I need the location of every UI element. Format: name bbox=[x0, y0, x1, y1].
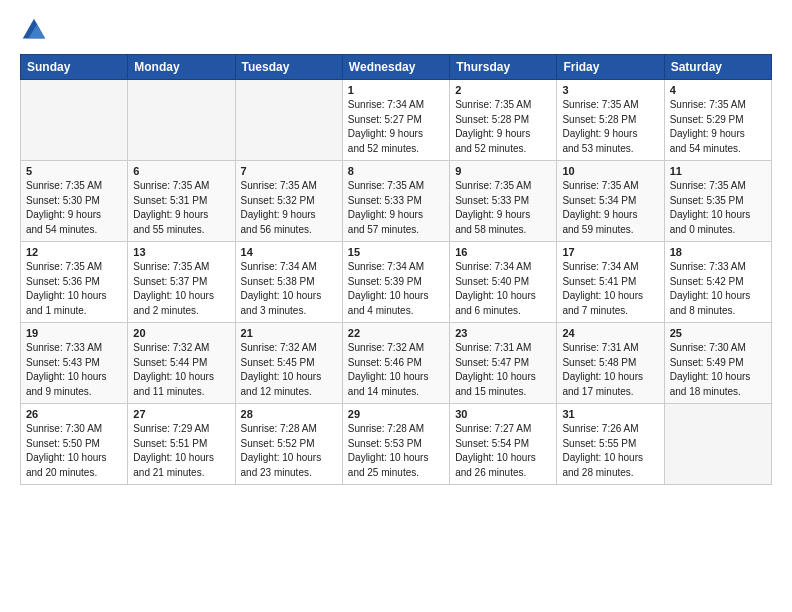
day-number: 8 bbox=[348, 165, 444, 177]
day-number: 19 bbox=[26, 327, 122, 339]
day-info: Sunrise: 7:35 AM Sunset: 5:28 PM Dayligh… bbox=[562, 98, 658, 156]
weekday-header: Friday bbox=[557, 55, 664, 80]
calendar-day-cell: 26Sunrise: 7:30 AM Sunset: 5:50 PM Dayli… bbox=[21, 404, 128, 485]
day-number: 18 bbox=[670, 246, 766, 258]
calendar-day-cell: 9Sunrise: 7:35 AM Sunset: 5:33 PM Daylig… bbox=[450, 161, 557, 242]
calendar-day-cell: 4Sunrise: 7:35 AM Sunset: 5:29 PM Daylig… bbox=[664, 80, 771, 161]
day-info: Sunrise: 7:28 AM Sunset: 5:52 PM Dayligh… bbox=[241, 422, 337, 480]
weekday-header: Saturday bbox=[664, 55, 771, 80]
day-info: Sunrise: 7:34 AM Sunset: 5:40 PM Dayligh… bbox=[455, 260, 551, 318]
day-number: 21 bbox=[241, 327, 337, 339]
calendar-day-cell: 3Sunrise: 7:35 AM Sunset: 5:28 PM Daylig… bbox=[557, 80, 664, 161]
weekday-header: Sunday bbox=[21, 55, 128, 80]
day-number: 22 bbox=[348, 327, 444, 339]
calendar: SundayMondayTuesdayWednesdayThursdayFrid… bbox=[20, 54, 772, 485]
day-info: Sunrise: 7:29 AM Sunset: 5:51 PM Dayligh… bbox=[133, 422, 229, 480]
day-info: Sunrise: 7:35 AM Sunset: 5:30 PM Dayligh… bbox=[26, 179, 122, 237]
calendar-week-row: 12Sunrise: 7:35 AM Sunset: 5:36 PM Dayli… bbox=[21, 242, 772, 323]
day-info: Sunrise: 7:27 AM Sunset: 5:54 PM Dayligh… bbox=[455, 422, 551, 480]
calendar-day-cell: 11Sunrise: 7:35 AM Sunset: 5:35 PM Dayli… bbox=[664, 161, 771, 242]
day-info: Sunrise: 7:31 AM Sunset: 5:48 PM Dayligh… bbox=[562, 341, 658, 399]
day-info: Sunrise: 7:35 AM Sunset: 5:35 PM Dayligh… bbox=[670, 179, 766, 237]
calendar-day-cell: 16Sunrise: 7:34 AM Sunset: 5:40 PM Dayli… bbox=[450, 242, 557, 323]
day-info: Sunrise: 7:31 AM Sunset: 5:47 PM Dayligh… bbox=[455, 341, 551, 399]
day-info: Sunrise: 7:35 AM Sunset: 5:36 PM Dayligh… bbox=[26, 260, 122, 318]
day-number: 28 bbox=[241, 408, 337, 420]
day-number: 26 bbox=[26, 408, 122, 420]
calendar-day-cell: 24Sunrise: 7:31 AM Sunset: 5:48 PM Dayli… bbox=[557, 323, 664, 404]
day-info: Sunrise: 7:35 AM Sunset: 5:28 PM Dayligh… bbox=[455, 98, 551, 156]
calendar-day-cell: 12Sunrise: 7:35 AM Sunset: 5:36 PM Dayli… bbox=[21, 242, 128, 323]
calendar-week-row: 26Sunrise: 7:30 AM Sunset: 5:50 PM Dayli… bbox=[21, 404, 772, 485]
calendar-day-cell: 25Sunrise: 7:30 AM Sunset: 5:49 PM Dayli… bbox=[664, 323, 771, 404]
day-info: Sunrise: 7:30 AM Sunset: 5:50 PM Dayligh… bbox=[26, 422, 122, 480]
day-info: Sunrise: 7:34 AM Sunset: 5:39 PM Dayligh… bbox=[348, 260, 444, 318]
calendar-week-row: 19Sunrise: 7:33 AM Sunset: 5:43 PM Dayli… bbox=[21, 323, 772, 404]
calendar-day-cell: 28Sunrise: 7:28 AM Sunset: 5:52 PM Dayli… bbox=[235, 404, 342, 485]
day-number: 6 bbox=[133, 165, 229, 177]
day-number: 23 bbox=[455, 327, 551, 339]
calendar-day-cell: 22Sunrise: 7:32 AM Sunset: 5:46 PM Dayli… bbox=[342, 323, 449, 404]
calendar-day-cell: 17Sunrise: 7:34 AM Sunset: 5:41 PM Dayli… bbox=[557, 242, 664, 323]
calendar-day-cell: 10Sunrise: 7:35 AM Sunset: 5:34 PM Dayli… bbox=[557, 161, 664, 242]
day-info: Sunrise: 7:34 AM Sunset: 5:38 PM Dayligh… bbox=[241, 260, 337, 318]
day-number: 20 bbox=[133, 327, 229, 339]
day-info: Sunrise: 7:26 AM Sunset: 5:55 PM Dayligh… bbox=[562, 422, 658, 480]
calendar-day-cell bbox=[235, 80, 342, 161]
day-number: 25 bbox=[670, 327, 766, 339]
day-number: 5 bbox=[26, 165, 122, 177]
calendar-day-cell: 30Sunrise: 7:27 AM Sunset: 5:54 PM Dayli… bbox=[450, 404, 557, 485]
day-number: 27 bbox=[133, 408, 229, 420]
calendar-week-row: 1Sunrise: 7:34 AM Sunset: 5:27 PM Daylig… bbox=[21, 80, 772, 161]
logo bbox=[20, 16, 52, 44]
day-number: 31 bbox=[562, 408, 658, 420]
calendar-day-cell: 19Sunrise: 7:33 AM Sunset: 5:43 PM Dayli… bbox=[21, 323, 128, 404]
weekday-header: Tuesday bbox=[235, 55, 342, 80]
calendar-day-cell: 15Sunrise: 7:34 AM Sunset: 5:39 PM Dayli… bbox=[342, 242, 449, 323]
weekday-header: Monday bbox=[128, 55, 235, 80]
day-number: 7 bbox=[241, 165, 337, 177]
day-number: 13 bbox=[133, 246, 229, 258]
day-info: Sunrise: 7:35 AM Sunset: 5:37 PM Dayligh… bbox=[133, 260, 229, 318]
calendar-day-cell: 2Sunrise: 7:35 AM Sunset: 5:28 PM Daylig… bbox=[450, 80, 557, 161]
day-number: 3 bbox=[562, 84, 658, 96]
day-info: Sunrise: 7:34 AM Sunset: 5:41 PM Dayligh… bbox=[562, 260, 658, 318]
day-number: 2 bbox=[455, 84, 551, 96]
calendar-day-cell bbox=[128, 80, 235, 161]
day-info: Sunrise: 7:35 AM Sunset: 5:31 PM Dayligh… bbox=[133, 179, 229, 237]
day-info: Sunrise: 7:32 AM Sunset: 5:45 PM Dayligh… bbox=[241, 341, 337, 399]
day-info: Sunrise: 7:33 AM Sunset: 5:43 PM Dayligh… bbox=[26, 341, 122, 399]
day-info: Sunrise: 7:35 AM Sunset: 5:29 PM Dayligh… bbox=[670, 98, 766, 156]
day-info: Sunrise: 7:32 AM Sunset: 5:46 PM Dayligh… bbox=[348, 341, 444, 399]
logo-icon bbox=[20, 16, 48, 44]
calendar-day-cell: 14Sunrise: 7:34 AM Sunset: 5:38 PM Dayli… bbox=[235, 242, 342, 323]
day-number: 30 bbox=[455, 408, 551, 420]
calendar-day-cell: 6Sunrise: 7:35 AM Sunset: 5:31 PM Daylig… bbox=[128, 161, 235, 242]
day-number: 10 bbox=[562, 165, 658, 177]
page: SundayMondayTuesdayWednesdayThursdayFrid… bbox=[0, 0, 792, 505]
calendar-day-cell: 21Sunrise: 7:32 AM Sunset: 5:45 PM Dayli… bbox=[235, 323, 342, 404]
day-info: Sunrise: 7:34 AM Sunset: 5:27 PM Dayligh… bbox=[348, 98, 444, 156]
day-info: Sunrise: 7:35 AM Sunset: 5:33 PM Dayligh… bbox=[455, 179, 551, 237]
calendar-day-cell: 23Sunrise: 7:31 AM Sunset: 5:47 PM Dayli… bbox=[450, 323, 557, 404]
calendar-day-cell: 29Sunrise: 7:28 AM Sunset: 5:53 PM Dayli… bbox=[342, 404, 449, 485]
calendar-day-cell: 20Sunrise: 7:32 AM Sunset: 5:44 PM Dayli… bbox=[128, 323, 235, 404]
day-number: 4 bbox=[670, 84, 766, 96]
day-info: Sunrise: 7:35 AM Sunset: 5:34 PM Dayligh… bbox=[562, 179, 658, 237]
day-number: 11 bbox=[670, 165, 766, 177]
day-number: 17 bbox=[562, 246, 658, 258]
calendar-week-row: 5Sunrise: 7:35 AM Sunset: 5:30 PM Daylig… bbox=[21, 161, 772, 242]
day-number: 9 bbox=[455, 165, 551, 177]
calendar-day-cell bbox=[21, 80, 128, 161]
day-number: 14 bbox=[241, 246, 337, 258]
calendar-day-cell: 18Sunrise: 7:33 AM Sunset: 5:42 PM Dayli… bbox=[664, 242, 771, 323]
header bbox=[20, 16, 772, 44]
day-number: 15 bbox=[348, 246, 444, 258]
day-number: 24 bbox=[562, 327, 658, 339]
day-number: 12 bbox=[26, 246, 122, 258]
day-info: Sunrise: 7:35 AM Sunset: 5:33 PM Dayligh… bbox=[348, 179, 444, 237]
weekday-header: Wednesday bbox=[342, 55, 449, 80]
weekday-header: Thursday bbox=[450, 55, 557, 80]
calendar-day-cell: 5Sunrise: 7:35 AM Sunset: 5:30 PM Daylig… bbox=[21, 161, 128, 242]
calendar-day-cell: 1Sunrise: 7:34 AM Sunset: 5:27 PM Daylig… bbox=[342, 80, 449, 161]
